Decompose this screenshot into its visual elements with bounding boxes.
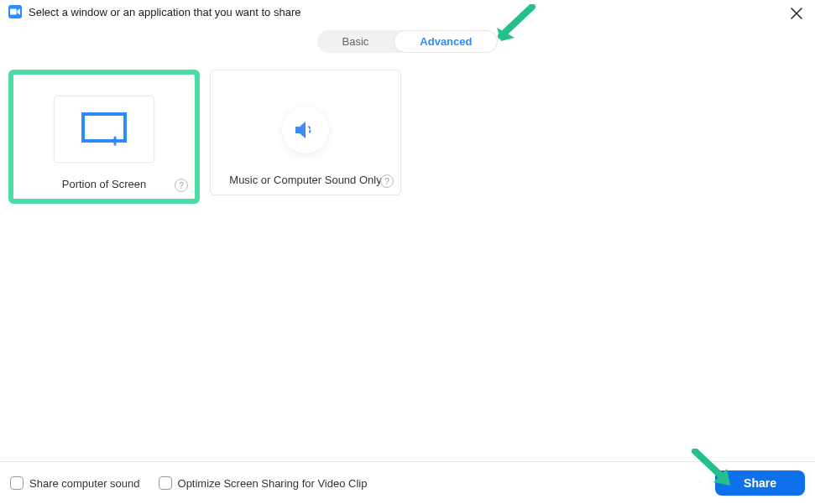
option-portion-label: Portion of Screen bbox=[62, 178, 146, 190]
tab-basic[interactable]: Basic bbox=[317, 30, 394, 53]
checkbox-share-sound[interactable]: Share computer sound bbox=[10, 476, 140, 490]
help-icon[interactable]: ? bbox=[380, 174, 394, 188]
checkbox-optimize-video-label: Optimize Screen Sharing for Video Clip bbox=[178, 477, 368, 490]
tab-group: Basic Advanced bbox=[317, 30, 499, 53]
option-portion-of-screen[interactable]: Portion of Screen ? bbox=[8, 70, 200, 204]
options-grid: Portion of Screen ? Music or Computer So… bbox=[0, 53, 815, 221]
portion-preview bbox=[54, 96, 154, 163]
window-header: Select a window or an application that y… bbox=[0, 0, 815, 23]
checkbox-share-sound-label: Share computer sound bbox=[29, 477, 140, 490]
screen-portion-icon bbox=[81, 112, 127, 146]
share-button[interactable]: Share bbox=[715, 470, 805, 496]
help-icon[interactable]: ? bbox=[175, 179, 188, 192]
checkbox-icon bbox=[159, 476, 172, 490]
svg-rect-1 bbox=[83, 114, 125, 141]
checkbox-icon bbox=[10, 476, 24, 490]
footer-bar: Share computer sound Optimize Screen Sha… bbox=[0, 461, 815, 504]
zoom-icon bbox=[8, 5, 22, 18]
sound-preview bbox=[282, 107, 329, 153]
tab-bar: Basic Advanced bbox=[0, 30, 815, 53]
option-music-label: Music or Computer Sound Only bbox=[229, 174, 381, 186]
svg-rect-0 bbox=[10, 9, 17, 15]
speaker-icon bbox=[294, 119, 317, 141]
window-title: Select a window or an application that y… bbox=[29, 6, 300, 18]
option-music-sound[interactable]: Music or Computer Sound Only ? bbox=[210, 70, 401, 195]
checkbox-optimize-video[interactable]: Optimize Screen Sharing for Video Clip bbox=[159, 476, 368, 490]
tab-advanced[interactable]: Advanced bbox=[394, 30, 498, 53]
close-button[interactable] bbox=[788, 5, 805, 22]
close-icon bbox=[791, 8, 802, 19]
